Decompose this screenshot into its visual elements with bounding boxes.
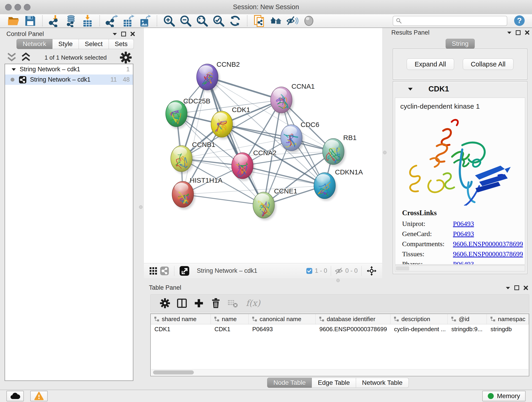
function-builder-button[interactable]: f(x) bbox=[244, 298, 263, 308]
show-graphics-details-button[interactable] bbox=[303, 15, 315, 27]
zoom-fit-button[interactable] bbox=[196, 15, 208, 27]
warnings-button[interactable] bbox=[30, 391, 48, 401]
network-node-CCNB2[interactable] bbox=[196, 64, 220, 92]
export-image-button[interactable] bbox=[139, 15, 151, 27]
expand-all-button[interactable]: Expand All bbox=[407, 58, 454, 70]
delete-table-button[interactable] bbox=[228, 298, 238, 308]
left-splitter[interactable] bbox=[138, 28, 144, 390]
results-panel-close-button[interactable] bbox=[524, 30, 530, 36]
birds-eye-view-button[interactable] bbox=[367, 266, 377, 276]
create-column-button[interactable] bbox=[194, 298, 204, 308]
network-svg[interactable]: CCNB2CCNA1CDC25BCDK1CDC6RB1CCNB1CCNA2CDK… bbox=[144, 28, 382, 263]
table-scrollbar-thumb[interactable] bbox=[153, 370, 194, 375]
left-splitter-handle[interactable] bbox=[139, 205, 143, 209]
column-header-name[interactable]: name bbox=[211, 314, 249, 324]
tab-edge-table[interactable]: Edge Table bbox=[312, 378, 356, 388]
network-node-CCNA1[interactable] bbox=[271, 87, 294, 115]
table-cell[interactable]: CDK1 bbox=[151, 324, 211, 334]
table-panel-menu-button[interactable] bbox=[505, 285, 511, 290]
right-splitter[interactable] bbox=[382, 28, 388, 278]
help-button[interactable]: ? bbox=[514, 15, 525, 27]
control-panel-menu-button[interactable] bbox=[112, 32, 118, 36]
bottom-splitter-handle[interactable] bbox=[336, 279, 340, 282]
table-cell[interactable]: cyclin-dependent ... bbox=[390, 324, 448, 334]
network-node-RB1[interactable] bbox=[323, 138, 346, 167]
collection-expander-icon[interactable] bbox=[11, 67, 17, 72]
network-canvas[interactable]: CCNB2CCNA1CDC25BCDK1CDC6RB1CCNB1CCNA2CDK… bbox=[144, 28, 382, 263]
hide-glass-button[interactable] bbox=[286, 15, 298, 27]
control-panel-float-button[interactable] bbox=[121, 32, 126, 36]
apply-layout-button[interactable] bbox=[229, 15, 241, 27]
network-node-CDKN1A[interactable] bbox=[314, 172, 337, 201]
tab-select[interactable]: Select bbox=[79, 39, 109, 49]
network-node-CCNE1[interactable] bbox=[253, 192, 276, 220]
table-cell[interactable]: P06493 bbox=[249, 324, 316, 334]
show-column-selector-button[interactable] bbox=[177, 298, 187, 308]
memory-status-button[interactable]: Memory bbox=[482, 391, 526, 401]
node-section-header[interactable]: CDK1 bbox=[393, 82, 527, 96]
clone-network-button[interactable] bbox=[253, 15, 266, 27]
right-splitter-handle[interactable] bbox=[383, 151, 386, 154]
results-panel-menu-button[interactable] bbox=[507, 30, 512, 35]
column-header-description[interactable]: description bbox=[390, 314, 448, 324]
table-cell[interactable]: stringdb bbox=[487, 324, 529, 334]
tab-node-table[interactable]: Node Table bbox=[267, 378, 312, 388]
collapse-all-networks-button[interactable] bbox=[6, 51, 18, 64]
control-panel-close-button[interactable] bbox=[130, 31, 136, 37]
import-network-from-database-button[interactable] bbox=[65, 15, 77, 27]
network-share-view-button[interactable] bbox=[160, 266, 169, 275]
cloud-status-button[interactable] bbox=[6, 391, 24, 401]
export-network-button[interactable] bbox=[106, 15, 118, 27]
section-expander-icon[interactable] bbox=[407, 86, 413, 92]
network-node-CCNA2[interactable] bbox=[232, 153, 255, 181]
crosslink-value-link[interactable]: P06493 bbox=[453, 260, 474, 264]
network-edge-CCNB2-CCNE1[interactable] bbox=[207, 77, 264, 205]
table-cell[interactable]: 9606.ENSP00000378699 bbox=[316, 324, 390, 334]
collapse-all-button[interactable]: Collapse All bbox=[463, 58, 514, 70]
crosslink-value-link[interactable]: 9606.ENSP00000378699 bbox=[453, 240, 523, 248]
table-row[interactable]: CDK1CDK1P064939606.ENSP00000378699cyclin… bbox=[151, 324, 529, 334]
network-node-CCNB1[interactable] bbox=[171, 146, 194, 174]
crosslink-value-link[interactable]: 9606.ENSP00000378699 bbox=[453, 250, 523, 258]
zoom-out-button[interactable] bbox=[179, 15, 192, 27]
network-collection-row[interactable]: String Network – cdk1 1 bbox=[5, 64, 133, 75]
show-grid-button[interactable] bbox=[149, 267, 157, 275]
table-panel-float-button[interactable] bbox=[514, 285, 519, 290]
table-panel-close-button[interactable] bbox=[523, 285, 529, 291]
tab-sets[interactable]: Sets bbox=[109, 39, 134, 49]
import-table-from-file-button[interactable] bbox=[81, 15, 94, 27]
export-table-button[interactable] bbox=[122, 15, 134, 27]
column-header-canonical-name[interactable]: canonical name bbox=[249, 314, 316, 324]
column-header-namespac[interactable]: namespac bbox=[487, 314, 529, 324]
crosslink-value-link[interactable]: P06493 bbox=[453, 230, 474, 238]
import-network-from-file-button[interactable] bbox=[48, 15, 61, 27]
save-session-button[interactable] bbox=[24, 15, 36, 27]
table-options-button[interactable] bbox=[160, 298, 170, 308]
network-options-button[interactable] bbox=[120, 51, 132, 64]
open-session-button[interactable] bbox=[7, 15, 20, 27]
network-row[interactable]: String Network – cdk1 11 48 bbox=[5, 75, 133, 85]
bottom-splitter[interactable] bbox=[144, 278, 532, 282]
delete-column-button[interactable] bbox=[210, 298, 221, 308]
network-node-CDC6[interactable] bbox=[281, 125, 304, 153]
tab-network-table[interactable]: Network Table bbox=[356, 378, 409, 388]
table-horizontal-scrollbar[interactable] bbox=[151, 369, 528, 375]
zoom-in-button[interactable] bbox=[163, 15, 175, 27]
results-scrollbar[interactable] bbox=[395, 265, 525, 271]
open-in-new-window-button[interactable] bbox=[179, 266, 190, 276]
network-node-HIST1H1A[interactable] bbox=[172, 181, 195, 210]
column-header-database-identifier[interactable]: database identifier bbox=[316, 314, 390, 324]
tab-network[interactable]: Network bbox=[17, 39, 52, 49]
network-node-CDK1[interactable] bbox=[211, 111, 234, 139]
tab-string[interactable]: String bbox=[446, 39, 475, 49]
tab-style[interactable]: Style bbox=[52, 39, 79, 49]
results-panel-float-button[interactable] bbox=[516, 30, 520, 35]
table-cell[interactable]: stringdb:9... bbox=[448, 324, 487, 334]
network-node-CDC25B[interactable] bbox=[166, 101, 189, 129]
column-header--id[interactable]: @id bbox=[448, 314, 487, 324]
search-input[interactable] bbox=[404, 17, 504, 25]
crosslink-value-link[interactable]: P06493 bbox=[453, 220, 474, 228]
column-header-shared-name[interactable]: shared name bbox=[151, 314, 211, 324]
string-home-button[interactable] bbox=[270, 15, 282, 27]
table-cell[interactable]: CDK1 bbox=[211, 324, 249, 334]
